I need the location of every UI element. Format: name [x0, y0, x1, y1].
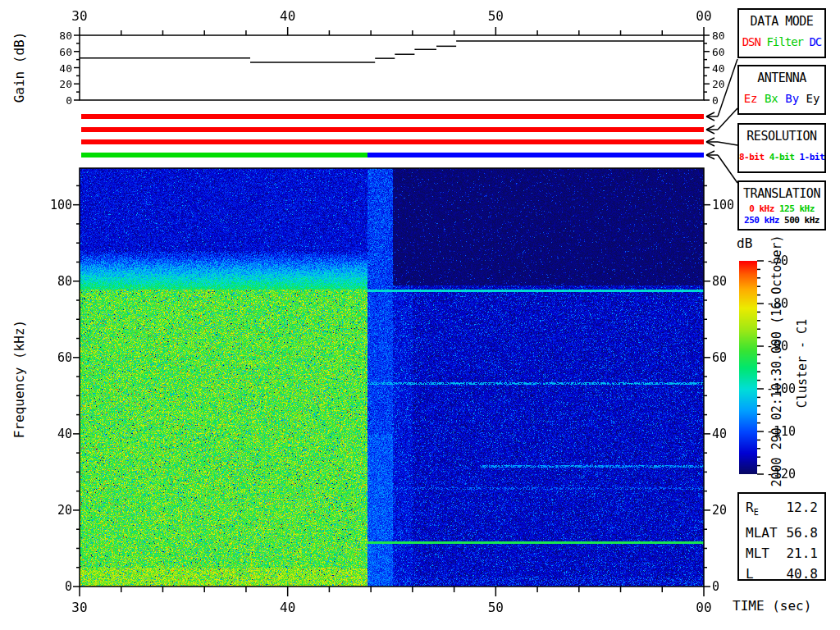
colorbar-title: dB [737, 237, 752, 250]
param-value-mlat: 56.8 [786, 523, 818, 543]
resolution-1bit: 1-bit [800, 152, 825, 162]
tick-label: 30 [71, 601, 87, 614]
translation-125khz: 125 kHz [779, 203, 815, 214]
data-mode-values: DSN Filter DC [739, 35, 824, 48]
tick-label: 0 [712, 581, 719, 593]
data-mode-status-bar [81, 114, 704, 119]
antenna-title: ANTENNA [739, 71, 824, 85]
param-row-re: RE 12.2 [739, 497, 824, 523]
translation-row-2: 250 kHz 500 kHz [739, 215, 824, 226]
antenna-values: Ez Bx By Ey [739, 92, 824, 105]
data-mode-dc: DC [809, 35, 821, 48]
tick-label: 60 [712, 351, 727, 363]
colorbar-canvas [739, 261, 757, 474]
param-value-l: 40.8 [786, 564, 818, 584]
tick-label: 50 [488, 601, 504, 614]
tick-label: 20 [712, 504, 727, 516]
tick-label: 60 [57, 351, 72, 363]
antenna-status-bar [81, 127, 704, 132]
tick-label: -100 [766, 383, 796, 395]
datetime-annotation: 2000 290 02:10:30.000 (16 October) [771, 235, 783, 486]
resolution-values: 8-bit 4-bit 1-bit [739, 152, 824, 162]
tick-label: 00 [696, 601, 711, 614]
resolution-title: RESOLUTION [739, 129, 824, 144]
frequency-axis-title: Frequency (kHz) [13, 320, 26, 439]
tick-label: 60 [59, 46, 72, 57]
antenna-by: By [785, 92, 799, 105]
tick-label: -90 [766, 340, 788, 353]
tick-label: -70 [766, 255, 788, 267]
tick-label: 0 [66, 95, 72, 106]
param-label-mlat: MLAT [746, 523, 778, 543]
tick-label: 40 [712, 62, 725, 73]
tick-label: 30 [71, 10, 87, 23]
resolution-status-bar [81, 139, 704, 144]
translation-0khz: 0 kHz [749, 203, 774, 214]
tick-label: 20 [712, 79, 725, 89]
antenna-box: ANTENNA Ez Bx By Ey [737, 65, 826, 115]
tick-label: 60 [712, 46, 725, 57]
antenna-ez: Ez [744, 92, 758, 105]
param-value-mlt: 21.1 [786, 543, 818, 564]
resolution-box: RESOLUTION 8-bit 4-bit 1-bit [737, 123, 826, 173]
tick-label: 20 [59, 79, 72, 89]
antenna-ey: Ey [806, 92, 820, 105]
data-mode-title: DATA MODE [739, 14, 824, 29]
tick-label: 20 [57, 504, 72, 516]
gain-axis-title: Gain (dB) [13, 32, 26, 103]
wbd-spectrogram-page: Gain (dB) Frequency (kHz) 2000 290 02:10… [0, 0, 840, 630]
tick-label: 40 [59, 62, 72, 73]
tick-label: 0 [712, 95, 719, 106]
spacecraft-annotation: Cluster - C1 [797, 319, 809, 408]
param-label-l: L [746, 564, 754, 584]
tick-label: -80 [766, 298, 788, 310]
data-mode-filter: Filter [766, 35, 803, 48]
tick-label: 80 [712, 275, 727, 287]
tick-label: 50 [488, 10, 504, 23]
translation-500khz: 500 kHz [784, 215, 819, 226]
translation-status-bar-segment-125khz [81, 153, 368, 158]
tick-label: 80 [712, 30, 725, 41]
param-value-re: 12.2 [786, 497, 818, 523]
param-label-mlt: MLT [746, 543, 769, 564]
translation-box: TRANSLATION 0 kHz 125 kHz 250 kHz 500 kH… [737, 180, 826, 231]
tick-label: 40 [57, 427, 72, 440]
param-row-mlt: MLT 21.1 [739, 543, 824, 564]
tick-label: 40 [280, 10, 295, 23]
translation-250khz: 250 kHz [744, 215, 779, 226]
antenna-bx: Bx [765, 92, 778, 105]
resolution-8bit: 8-bit [739, 152, 765, 162]
tick-label: -120 [766, 468, 796, 481]
tick-label: 100 [50, 199, 72, 211]
tick-label: 100 [712, 199, 734, 211]
resolution-4bit: 4-bit [769, 152, 795, 162]
translation-title: TRANSLATION [739, 186, 824, 201]
tick-label: 0 [65, 581, 72, 593]
tick-label: 80 [57, 275, 72, 287]
data-mode-dsn: DSN [742, 35, 760, 48]
tick-label: 40 [280, 601, 295, 614]
param-label-re: RE [746, 497, 759, 523]
tick-label: -110 [766, 426, 796, 438]
tick-label: 80 [59, 30, 72, 41]
time-axis-title: TIME (sec) [733, 600, 811, 613]
translation-status-bar-segment-250khz [368, 153, 704, 158]
tick-label: 40 [712, 427, 727, 440]
orbit-params-box: RE 12.2 MLAT 56.8 MLT 21.1 L 40.8 [737, 492, 826, 581]
param-row-l: L 40.8 [739, 564, 824, 584]
spectrogram-canvas [80, 168, 704, 587]
param-row-mlat: MLAT 56.8 [739, 523, 824, 543]
tick-label: 00 [696, 10, 711, 23]
translation-row-1: 0 kHz 125 kHz [739, 203, 824, 215]
data-mode-box: DATA MODE DSN Filter DC [737, 8, 826, 58]
